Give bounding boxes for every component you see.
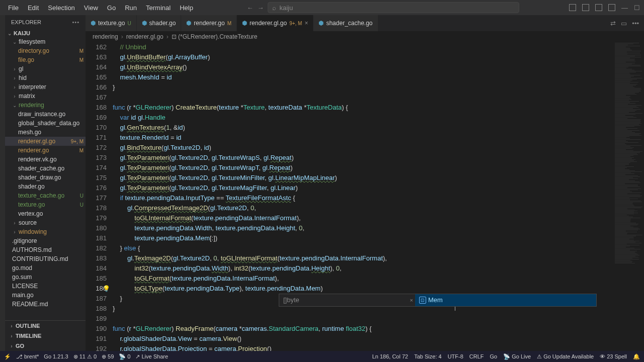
project-root[interactable]: ⌄ KAIJU — [5, 29, 86, 37]
layout-icon[interactable] — [569, 4, 576, 11]
tree-item-texture_cache.go[interactable]: texture_cache.goU — [5, 191, 86, 200]
live-share[interactable]: ↗ Live Share — [135, 353, 168, 360]
tree-item-mesh.go[interactable]: mesh.go — [5, 128, 86, 137]
more-icon[interactable]: ••• — [632, 20, 639, 27]
tree-item-matrix[interactable]: ›matrix — [5, 92, 86, 101]
go-version[interactable]: Go 1.21.3 — [44, 353, 68, 359]
command-center[interactable]: ⌕ kaiju — [268, 2, 519, 13]
tree-item-shader_draw.go[interactable]: shader_draw.go — [5, 173, 86, 182]
chevron-down-icon: ⌄ — [7, 31, 12, 36]
layout-icon[interactable] — [595, 4, 602, 11]
breadcrumb[interactable]: rendering›renderer.gl.go›⊡ (*GLRenderer)… — [86, 31, 644, 42]
tree-item-directory.go[interactable]: directory.goM — [5, 46, 86, 55]
section-go[interactable]: ›GO — [5, 341, 86, 351]
tree-item-go.sum[interactable]: go.sum — [5, 273, 86, 282]
statusbar: ⚡ brent* Go 1.21.3 ⊗ 11 ⚠ 0 ⊕ 59 📡 0 ↗ L… — [0, 351, 644, 362]
tree-item-shader.go[interactable]: shader.go — [5, 182, 86, 191]
editor: ⬢texture.goU⬢shader.go⬢renderer.goM⬢rend… — [86, 15, 644, 351]
tree-item-source[interactable]: ›source — [5, 218, 86, 227]
go-live[interactable]: 📡 Go Live — [503, 353, 531, 360]
tree-item-file.go[interactable]: file.goM — [5, 55, 86, 64]
tree-item-CONTRIBUTING.md[interactable]: CONTRIBUTING.md — [5, 254, 86, 263]
tree-item-main.go[interactable]: main.go — [5, 291, 86, 300]
menu-view[interactable]: View — [80, 2, 102, 14]
close-icon[interactable]: × — [304, 20, 308, 27]
eol[interactable]: CRLF — [469, 353, 484, 359]
sidebar: EXPLORER ••• ⌄ KAIJU ⌄filesystemdirector… — [5, 15, 86, 351]
menu-run[interactable]: Run — [121, 2, 141, 14]
tree-item-global_shader_data.go[interactable]: global_shader_data.go — [5, 119, 86, 128]
tree-item-renderer.gl.go[interactable]: renderer.gl.go9+, M — [5, 137, 86, 146]
tree-item-hid[interactable]: ›hid — [5, 73, 86, 82]
layout-icon[interactable] — [582, 4, 589, 11]
nav-forward-icon[interactable]: → — [257, 4, 264, 12]
tab-renderer.gl.go[interactable]: ⬢renderer.gl.go9+, M× — [237, 15, 313, 31]
radio[interactable]: 📡 0 — [119, 353, 130, 360]
chevron-right-icon: › — [12, 66, 17, 72]
activity-bar[interactable] — [0, 15, 5, 351]
chevron-right-icon: › — [12, 220, 17, 226]
tree-item-README.md[interactable]: README.md — [5, 300, 86, 309]
language[interactable]: Go — [490, 353, 498, 359]
tree-item-shader_cache.go[interactable]: shader_cache.go — [5, 164, 86, 173]
menu-selection[interactable]: Selection — [44, 2, 78, 14]
branch-indicator[interactable]: brent* — [16, 353, 39, 360]
compare-icon[interactable]: ⇄ — [610, 20, 616, 27]
minimize-icon[interactable]: — — [621, 4, 628, 12]
menu-terminal[interactable]: Terminal — [142, 2, 175, 14]
search-text: kaiju — [279, 4, 293, 12]
notifications-icon[interactable]: 🔔 — [633, 353, 640, 360]
tree-item-texture.go[interactable]: texture.goU — [5, 200, 86, 209]
tree-item-interpreter[interactable]: ›interpreter — [5, 82, 86, 92]
menu-bar: FileEditSelectionViewGoRunTerminalHelp — [4, 2, 197, 14]
tree-item-.gitignore[interactable]: .gitignore — [5, 236, 86, 245]
breadcrumb-item[interactable]: rendering — [93, 33, 118, 40]
go-update[interactable]: ⚠ Go Update Available — [537, 353, 594, 360]
titlebar-right: — ☐ — [569, 4, 640, 12]
minimap[interactable] — [614, 42, 644, 351]
search-icon: ⌕ — [272, 4, 276, 12]
chevron-right-icon: › — [12, 229, 17, 235]
remote-icon[interactable]: ⚡ — [4, 353, 11, 360]
tree-item-LICENSE[interactable]: LICENSE — [5, 282, 86, 291]
more-icon[interactable]: ••• — [72, 19, 79, 25]
tree-item-renderer.vk.go[interactable]: renderer.vk.go — [5, 155, 86, 164]
ports[interactable]: ⊕ 59 — [102, 353, 114, 360]
tree-item-windowing[interactable]: ›windowing — [5, 227, 86, 236]
menu-help[interactable]: Help — [176, 2, 197, 14]
tree-item-filesystem[interactable]: ⌄filesystem — [5, 37, 86, 46]
menu-file[interactable]: File — [4, 2, 23, 14]
tab-size[interactable]: Tab Size: 4 — [414, 353, 441, 359]
tree-item-vertex.go[interactable]: vertex.go — [5, 209, 86, 218]
tab-shader_cache.go[interactable]: ⬢shader_cache.go — [313, 15, 378, 31]
section-outline[interactable]: ›OUTLINE — [5, 321, 86, 331]
problems[interactable]: ⊗ 11 ⚠ 0 — [73, 353, 97, 360]
menu-go[interactable]: Go — [103, 2, 120, 14]
split-icon[interactable]: ▭ — [621, 20, 627, 27]
spell[interactable]: 👁 23 Spell — [600, 353, 627, 359]
nav-back-icon[interactable]: ← — [247, 4, 253, 12]
code-editor[interactable]: 1621631641651661671681691701711721731741… — [86, 42, 644, 351]
breadcrumb-item[interactable]: renderer.gl.go — [126, 33, 164, 40]
cursor-position[interactable]: Ln 186, Col 72 — [372, 353, 409, 359]
tab-texture.go[interactable]: ⬢texture.goU — [86, 15, 137, 31]
tab-shader.go[interactable]: ⬢shader.go — [137, 15, 182, 31]
encoding[interactable]: UTF-8 — [448, 353, 463, 359]
section-timeline[interactable]: ›TIMELINE — [5, 331, 86, 341]
tree-item-go.mod[interactable]: go.mod — [5, 263, 86, 273]
breadcrumb-item[interactable]: ⊡ (*GLRenderer).CreateTexture — [172, 33, 258, 40]
tab-renderer.go[interactable]: ⬢renderer.goM — [181, 15, 237, 31]
tree-item-draw_instance.go[interactable]: draw_instance.go — [5, 110, 86, 119]
tree-item-AUTHORS.md[interactable]: AUTHORS.md — [5, 245, 86, 254]
maximize-icon[interactable]: ☐ — [634, 4, 640, 12]
layout-icon[interactable] — [608, 4, 615, 11]
field-icon: ⊡ — [419, 297, 426, 304]
tree-item-rendering[interactable]: ⌄rendering — [5, 101, 86, 110]
autocomplete-item[interactable]: ⊡Mem — [415, 294, 596, 306]
menu-edit[interactable]: Edit — [24, 2, 43, 14]
close-icon[interactable]: × — [410, 295, 413, 305]
chevron-right-icon: › — [12, 84, 17, 90]
tree-item-renderer.go[interactable]: renderer.goM — [5, 146, 86, 155]
tree-item-gl[interactable]: ›gl — [5, 64, 86, 73]
lightbulb-icon[interactable]: 💡 — [103, 284, 110, 294]
